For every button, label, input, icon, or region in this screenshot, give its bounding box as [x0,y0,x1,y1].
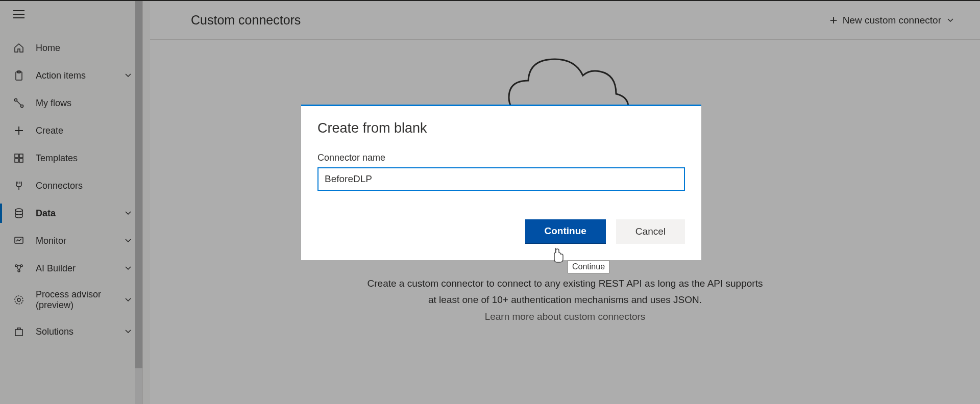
connector-name-input[interactable] [317,167,685,191]
cancel-button[interactable]: Cancel [616,219,685,244]
modal-actions: Continue Cancel [317,219,685,244]
modal-title: Create from blank [317,120,685,136]
tooltip: Continue [568,260,609,273]
create-from-blank-modal: Create from blank Connector name Continu… [301,105,701,260]
continue-button[interactable]: Continue [525,219,606,244]
connector-name-label: Connector name [317,153,685,163]
